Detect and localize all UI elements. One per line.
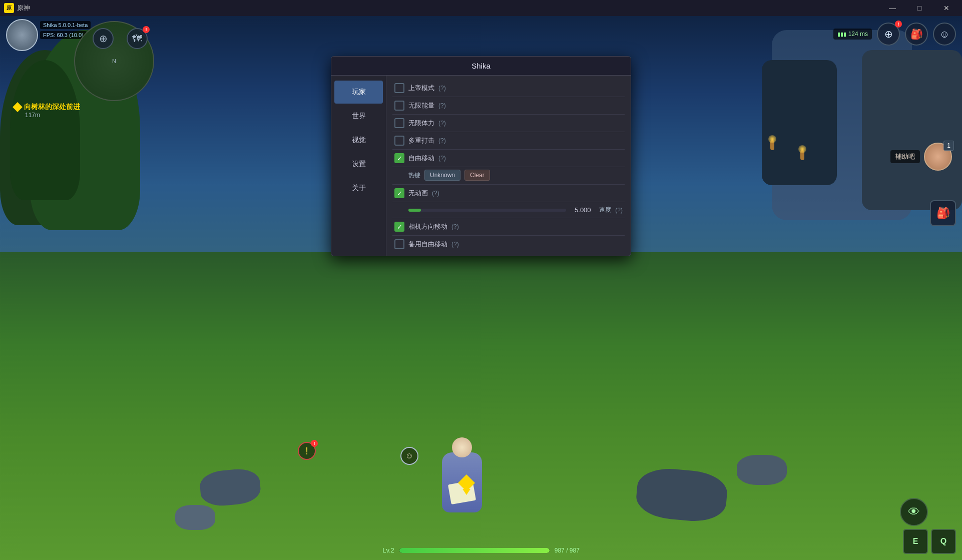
sidebar-nav-settings[interactable]: 设置 <box>334 153 383 176</box>
hotkey-label: 热键 <box>408 171 420 180</box>
sidebar-nav-visual[interactable]: 视觉 <box>334 129 383 152</box>
hotkey-unknown-btn[interactable]: Unknown <box>424 170 460 181</box>
maximize-button[interactable]: □ <box>908 0 931 16</box>
sidebar-nav-player[interactable]: 玩家 <box>334 81 383 104</box>
checkbox-alt-free-move[interactable] <box>394 239 404 249</box>
modal-overlay: Shika 玩家 世界 视觉 设置 关于 <box>0 16 962 560</box>
label-infinite-stamina: 无限体力 <box>408 119 434 128</box>
toggle-row-infinite-energy: 无限能量 (?) <box>392 97 625 115</box>
hotkey-row: 热键 Unknown Clear <box>392 167 625 185</box>
modal-header: Shika <box>331 57 631 76</box>
toggle-row-no-anim: 无动画 (?) <box>392 185 625 202</box>
checkbox-no-anim[interactable] <box>394 188 404 198</box>
speed-slider-fill <box>408 209 421 212</box>
help-camera-move[interactable]: (?) <box>451 223 459 230</box>
checkbox-free-move[interactable] <box>394 153 404 163</box>
minimize-button[interactable]: — <box>881 0 904 16</box>
toggle-row-free-move: 自由移动 (?) <box>392 150 625 167</box>
sidebar-nav-about[interactable]: 关于 <box>334 177 383 200</box>
help-infinite-stamina[interactable]: (?) <box>438 120 446 127</box>
sidebar-nav-world[interactable]: 世界 <box>334 105 383 128</box>
label-camera-move: 相机方向移动 <box>408 222 447 231</box>
checkbox-multi-hit[interactable] <box>394 136 404 146</box>
help-multi-hit[interactable]: (?) <box>438 137 446 144</box>
window-controls: — □ ✕ <box>881 0 958 16</box>
label-no-anim: 无动画 <box>408 189 428 198</box>
modal-body: 玩家 世界 视觉 设置 关于 上帝 <box>331 76 631 256</box>
label-godmode: 上帝模式 <box>408 84 434 93</box>
toggle-row-multi-hit: 多重打击 (?) <box>392 132 625 150</box>
checkbox-infinite-stamina[interactable] <box>394 118 404 128</box>
app-icon: 原 <box>4 3 14 13</box>
modal-panel: Shika 玩家 世界 视觉 设置 关于 <box>331 56 631 256</box>
speed-label: 速度 <box>599 206 611 214</box>
label-multi-hit: 多重打击 <box>408 136 434 145</box>
checkbox-godmode[interactable] <box>394 83 404 93</box>
modal-content: 上帝模式 (?) 无限能量 (?) 无限体力 (?) <box>386 76 631 256</box>
close-button[interactable]: ✕ <box>935 0 958 16</box>
help-infinite-energy[interactable]: (?) <box>438 102 446 109</box>
toggle-row-camera-move: 相机方向移动 (?) <box>392 218 625 236</box>
app-icon-text: 原 <box>7 5 12 12</box>
speed-slider-row: 5.000 速度 (?) <box>392 202 625 218</box>
speed-value: 5.000 <box>570 206 595 214</box>
checkbox-camera-move[interactable] <box>394 222 404 232</box>
label-infinite-energy: 无限能量 <box>408 101 434 110</box>
titlebar: 原 原神 — □ ✕ <box>0 0 962 16</box>
help-no-anim[interactable]: (?) <box>432 190 439 197</box>
help-free-move[interactable]: (?) <box>438 155 446 162</box>
toggle-row-godmode: 上帝模式 (?) <box>392 80 625 97</box>
modal-sidebar: 玩家 世界 视觉 设置 关于 <box>331 76 386 256</box>
hotkey-clear-btn[interactable]: Clear <box>464 170 490 181</box>
help-alt-free-move[interactable]: (?) <box>451 241 459 248</box>
toggle-row-speed-mode: 速度模式 (?) <box>392 253 625 256</box>
speed-help[interactable]: (?) <box>615 207 623 214</box>
titlebar-title: 原神 <box>17 4 30 13</box>
toggle-row-alt-free-move: 备用自由移动 (?) <box>392 236 625 253</box>
help-godmode[interactable]: (?) <box>438 85 446 92</box>
speed-slider-track[interactable] <box>408 209 566 212</box>
toggle-row-infinite-stamina: 无限体力 (?) <box>392 115 625 132</box>
checkbox-infinite-energy[interactable] <box>394 101 404 111</box>
label-free-move: 自由移动 <box>408 154 434 163</box>
label-alt-free-move: 备用自由移动 <box>408 240 447 249</box>
